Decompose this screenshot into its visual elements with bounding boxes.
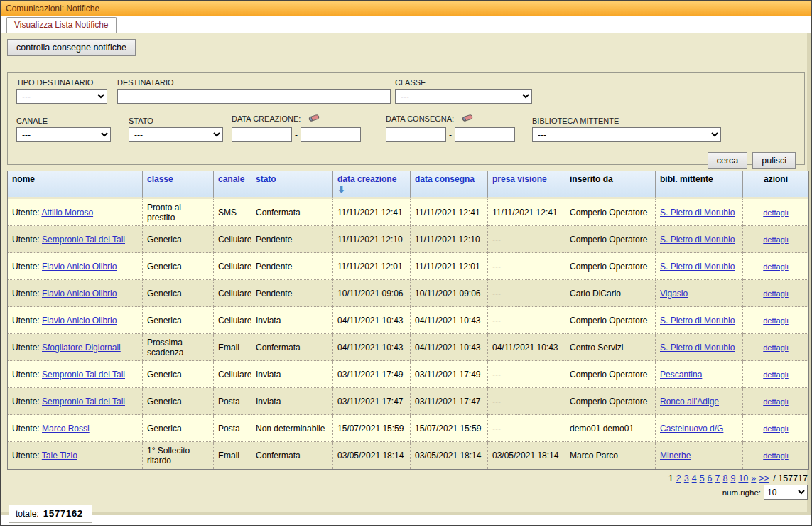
- rows-per-page-select[interactable]: 10: [764, 485, 808, 500]
- sort-link-presa_visione[interactable]: presa visione: [492, 174, 547, 184]
- page-link-10[interactable]: 10: [738, 473, 748, 483]
- data-creazione-to-input[interactable]: [301, 127, 361, 142]
- nome-prefix: Utente:: [12, 343, 42, 353]
- app-window: Comunicazioni: Notifiche Visualizza List…: [0, 0, 812, 526]
- canale-select[interactable]: ---: [16, 127, 111, 142]
- library-link[interactable]: S. Pietro di Morubio: [660, 208, 735, 218]
- column-header-stato[interactable]: stato: [251, 171, 333, 199]
- controlla-consegne-button[interactable]: controlla consegne notifiche: [7, 39, 136, 56]
- cell-azioni: dettagli: [743, 361, 808, 388]
- biblioteca-mittente-select[interactable]: ---: [532, 127, 721, 142]
- user-link[interactable]: Sempronio Tal dei Tali: [42, 235, 125, 245]
- user-link[interactable]: Attilio Moroso: [41, 208, 93, 218]
- page-link-2[interactable]: 2: [676, 473, 681, 483]
- page-link-6[interactable]: 6: [708, 473, 713, 483]
- dettagli-link[interactable]: dettagli: [763, 397, 788, 406]
- cell-canale: Posta: [214, 388, 251, 415]
- data-consegna-from-input[interactable]: [386, 127, 446, 142]
- cerca-button[interactable]: cerca: [708, 152, 748, 169]
- tab-visualizza-lista-notifiche[interactable]: Visualizza Lista Notifiche: [6, 17, 117, 33]
- sort-link-stato[interactable]: stato: [256, 174, 276, 184]
- eraser-icon[interactable]: [308, 112, 320, 125]
- cell-bibl-mittente: S. Pietro di Morubio: [656, 334, 743, 361]
- biblioteca-mittente-label: BIBLIOTECA MITTENTE: [532, 117, 721, 125]
- library-link[interactable]: S. Pietro di Morubio: [660, 316, 735, 326]
- column-header-canale[interactable]: canale: [214, 171, 251, 199]
- cell-nome: Utente: Flavio Anicio Olibrio: [8, 280, 143, 307]
- page-next-link[interactable]: »: [751, 473, 756, 483]
- cell-nome: Utente: Sfogliatore Digiornali: [8, 334, 143, 361]
- classe-group: CLASSE ---: [395, 78, 532, 104]
- dettagli-link[interactable]: dettagli: [763, 343, 788, 352]
- library-link[interactable]: Vigasio: [660, 289, 688, 299]
- rows-per-page: num.righe: 10: [7, 485, 808, 500]
- cell-nome: Utente: Sempronio Tal dei Tali: [8, 361, 143, 388]
- user-link[interactable]: Flavio Anicio Olibrio: [42, 289, 117, 299]
- user-link[interactable]: Marco Rossi: [42, 424, 90, 434]
- user-link[interactable]: Sfogliatore Digiornali: [42, 343, 121, 353]
- notifications-table: nomeclassecanalestatodata creazione⬇data…: [7, 171, 809, 470]
- destinatario-input[interactable]: [117, 89, 391, 104]
- user-link[interactable]: Flavio Anicio Olibrio: [42, 316, 117, 326]
- column-header-presa_visione[interactable]: presa visione: [488, 171, 565, 199]
- pulisci-button[interactable]: pulisci: [752, 152, 796, 169]
- sort-link-canale[interactable]: canale: [218, 174, 244, 184]
- library-link[interactable]: S. Pietro di Morubio: [660, 343, 735, 353]
- page-total: / 157717: [771, 473, 808, 483]
- user-link[interactable]: Tale Tizio: [42, 451, 77, 461]
- page-link-8[interactable]: 8: [722, 473, 727, 483]
- data-creazione-label: DATA CREAZIONE:: [232, 114, 301, 123]
- page-last-link[interactable]: >>: [759, 473, 769, 483]
- column-header-classe[interactable]: classe: [143, 171, 214, 199]
- dettagli-link[interactable]: dettagli: [763, 262, 788, 271]
- tipo-destinatario-group: TIPO DESTINATARIO ---: [16, 78, 107, 104]
- cell-canale: Cellulare: [214, 361, 251, 388]
- dettagli-link[interactable]: dettagli: [763, 208, 788, 217]
- library-link[interactable]: Ronco all'Adige: [660, 397, 719, 407]
- page-link-4[interactable]: 4: [692, 473, 697, 483]
- classe-select[interactable]: ---: [395, 89, 532, 104]
- sort-link-data_creazione[interactable]: data creazione: [337, 174, 396, 184]
- sort-link-classe[interactable]: classe: [147, 174, 173, 184]
- library-link[interactable]: S. Pietro di Morubio: [660, 262, 735, 272]
- data-creazione-from-input[interactable]: [232, 127, 292, 142]
- cell-inserito_da: Comperio Operatore: [565, 388, 656, 415]
- user-link[interactable]: Flavio Anicio Olibrio: [42, 262, 117, 272]
- page-link-9[interactable]: 9: [730, 473, 735, 483]
- library-link[interactable]: S. Pietro di Morubio: [660, 235, 735, 245]
- user-link[interactable]: Sempronio Tal dei Tali: [42, 397, 125, 407]
- cell-data_creazione: 04/11/2021 10:43: [333, 307, 411, 334]
- cell-inserito_da: Centro Servizi: [565, 334, 656, 361]
- dettagli-link[interactable]: dettagli: [763, 235, 788, 244]
- cell-data_consegna: 15/07/2021 15:59: [411, 415, 488, 442]
- tipo-destinatario-select[interactable]: ---: [16, 89, 107, 104]
- page-link-3[interactable]: 3: [684, 473, 689, 483]
- dettagli-link[interactable]: dettagli: [763, 316, 788, 325]
- nome-prefix: Utente:: [12, 262, 42, 272]
- page-link-7[interactable]: 7: [715, 473, 720, 483]
- cell-data_creazione: 11/11/2021 12:01: [333, 253, 411, 280]
- column-header-data_consegna[interactable]: data consegna: [411, 171, 488, 199]
- eraser-icon[interactable]: [461, 112, 474, 125]
- dettagli-link[interactable]: dettagli: [763, 370, 788, 379]
- page-link-5[interactable]: 5: [700, 473, 705, 483]
- library-link[interactable]: Pescantina: [660, 370, 702, 380]
- column-header-azioni: azioni: [743, 171, 808, 199]
- canale-label: CANALE: [16, 117, 111, 125]
- cell-canale: Cellulare: [214, 226, 251, 253]
- library-link[interactable]: Minerbe: [660, 451, 691, 461]
- total-value: 1577162: [43, 508, 83, 519]
- column-header-inserito_da: inserito da: [565, 171, 656, 199]
- user-link[interactable]: Sempronio Tal dei Tali: [42, 370, 125, 380]
- cell-classe: Generica: [143, 388, 214, 415]
- dettagli-link[interactable]: dettagli: [763, 289, 788, 298]
- library-link[interactable]: Castelnuovo d/G: [660, 424, 723, 434]
- destinatario-label: DESTINATARIO: [117, 78, 391, 87]
- dettagli-link[interactable]: dettagli: [763, 424, 788, 433]
- column-header-data_creazione[interactable]: data creazione⬇: [333, 171, 411, 199]
- sort-link-data_consegna[interactable]: data consegna: [415, 174, 475, 184]
- stato-select[interactable]: ---: [129, 127, 223, 142]
- data-consegna-to-input[interactable]: [455, 127, 515, 142]
- cell-bibl-mittente: Ronco all'Adige: [656, 388, 743, 415]
- dettagli-link[interactable]: dettagli: [763, 451, 788, 460]
